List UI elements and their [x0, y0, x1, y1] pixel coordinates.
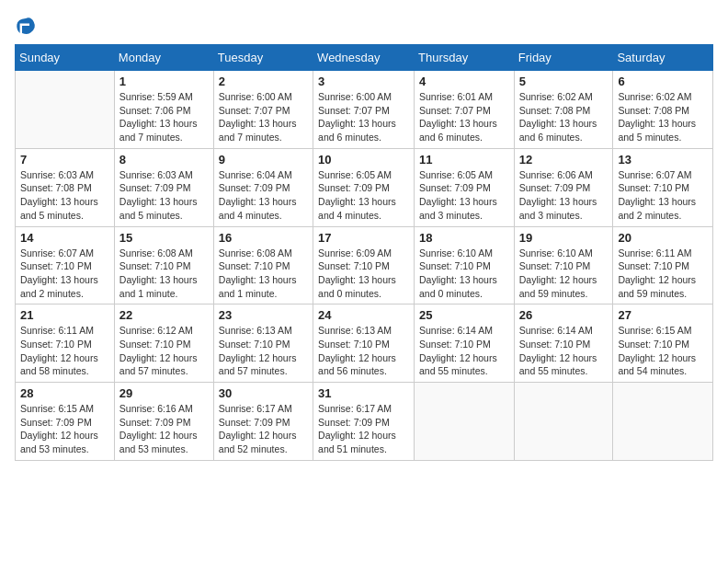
day-number: 31 — [318, 386, 409, 400]
day-number: 25 — [419, 308, 509, 322]
calendar-header-tuesday: Tuesday — [213, 45, 313, 71]
calendar-header-monday: Monday — [114, 45, 213, 71]
day-number: 22 — [119, 308, 209, 322]
day-info: Sunrise: 6:08 AMSunset: 7:10 PMDaylight:… — [119, 247, 209, 301]
day-number: 5 — [519, 75, 609, 88]
page-header — [15, 15, 713, 37]
calendar-week-row: 28Sunrise: 6:15 AMSunset: 7:09 PMDayligh… — [16, 383, 713, 461]
calendar-header-thursday: Thursday — [415, 45, 515, 71]
day-info: Sunrise: 6:13 AMSunset: 7:10 PMDaylight:… — [318, 324, 409, 378]
day-info: Sunrise: 6:13 AMSunset: 7:10 PMDaylight:… — [219, 324, 308, 378]
day-info: Sunrise: 6:04 AMSunset: 7:09 PMDaylight:… — [219, 168, 308, 223]
day-number: 21 — [20, 308, 109, 322]
day-info: Sunrise: 6:02 AMSunset: 7:08 PMDaylight:… — [519, 90, 609, 144]
day-info: Sunrise: 6:00 AMSunset: 7:07 PMDaylight:… — [318, 90, 409, 144]
day-info: Sunrise: 6:06 AMSunset: 7:09 PMDaylight:… — [519, 168, 609, 223]
calendar-header-row: SundayMondayTuesdayWednesdayThursdayFrid… — [16, 45, 713, 71]
day-number: 15 — [119, 231, 209, 245]
calendar-cell: 6Sunrise: 6:02 AMSunset: 7:08 PMDaylight… — [613, 71, 713, 149]
day-number: 4 — [419, 75, 509, 88]
day-info: Sunrise: 6:12 AMSunset: 7:10 PMDaylight:… — [119, 324, 209, 378]
day-number: 1 — [119, 75, 209, 88]
calendar-cell: 14Sunrise: 6:07 AMSunset: 7:10 PMDayligh… — [16, 226, 115, 304]
day-number: 9 — [219, 153, 308, 167]
calendar-week-row: 14Sunrise: 6:07 AMSunset: 7:10 PMDayligh… — [16, 226, 713, 304]
day-info: Sunrise: 6:09 AMSunset: 7:10 PMDaylight:… — [318, 247, 409, 301]
calendar-cell — [415, 383, 515, 461]
day-number: 6 — [618, 75, 708, 88]
calendar-header-wednesday: Wednesday — [313, 45, 415, 71]
day-number: 14 — [20, 231, 109, 245]
calendar-cell: 21Sunrise: 6:11 AMSunset: 7:10 PMDayligh… — [16, 304, 115, 383]
day-info: Sunrise: 6:10 AMSunset: 7:10 PMDaylight:… — [419, 247, 509, 301]
calendar-cell: 13Sunrise: 6:07 AMSunset: 7:10 PMDayligh… — [613, 148, 713, 226]
calendar-cell: 11Sunrise: 6:05 AMSunset: 7:09 PMDayligh… — [415, 148, 515, 226]
calendar-cell: 18Sunrise: 6:10 AMSunset: 7:10 PMDayligh… — [415, 226, 515, 304]
day-number: 17 — [318, 231, 409, 245]
day-number: 28 — [20, 386, 109, 400]
day-info: Sunrise: 6:11 AMSunset: 7:10 PMDaylight:… — [618, 247, 708, 301]
calendar-cell — [16, 71, 115, 149]
day-info: Sunrise: 6:05 AMSunset: 7:09 PMDaylight:… — [419, 168, 509, 223]
calendar-cell: 28Sunrise: 6:15 AMSunset: 7:09 PMDayligh… — [16, 383, 115, 461]
day-number: 23 — [219, 308, 308, 322]
day-number: 3 — [318, 75, 409, 88]
day-info: Sunrise: 6:17 AMSunset: 7:09 PMDaylight:… — [219, 402, 308, 456]
calendar-week-row: 7Sunrise: 6:03 AMSunset: 7:08 PMDaylight… — [16, 148, 713, 226]
day-number: 13 — [618, 153, 708, 167]
day-info: Sunrise: 6:01 AMSunset: 7:07 PMDaylight:… — [419, 90, 509, 144]
calendar-cell: 15Sunrise: 6:08 AMSunset: 7:10 PMDayligh… — [114, 226, 213, 304]
day-number: 19 — [519, 231, 609, 245]
calendar-cell: 2Sunrise: 6:00 AMSunset: 7:07 PMDaylight… — [213, 71, 313, 149]
calendar-cell: 17Sunrise: 6:09 AMSunset: 7:10 PMDayligh… — [313, 226, 415, 304]
day-info: Sunrise: 5:59 AMSunset: 7:06 PMDaylight:… — [119, 90, 209, 144]
calendar-cell: 19Sunrise: 6:10 AMSunset: 7:10 PMDayligh… — [514, 226, 613, 304]
day-number: 30 — [219, 386, 308, 400]
day-info: Sunrise: 6:15 AMSunset: 7:09 PMDaylight:… — [20, 402, 109, 456]
logo-icon — [15, 15, 37, 37]
calendar-cell: 27Sunrise: 6:15 AMSunset: 7:10 PMDayligh… — [613, 304, 713, 383]
calendar-cell: 23Sunrise: 6:13 AMSunset: 7:10 PMDayligh… — [213, 304, 313, 383]
day-info: Sunrise: 6:03 AMSunset: 7:09 PMDaylight:… — [119, 168, 209, 223]
logo — [15, 15, 40, 37]
day-info: Sunrise: 6:08 AMSunset: 7:10 PMDaylight:… — [219, 247, 308, 301]
day-number: 10 — [318, 153, 409, 167]
calendar-cell: 26Sunrise: 6:14 AMSunset: 7:10 PMDayligh… — [514, 304, 613, 383]
day-number: 18 — [419, 231, 509, 245]
day-info: Sunrise: 6:11 AMSunset: 7:10 PMDaylight:… — [20, 324, 109, 378]
day-number: 24 — [318, 308, 409, 322]
calendar-cell: 10Sunrise: 6:05 AMSunset: 7:09 PMDayligh… — [313, 148, 415, 226]
day-info: Sunrise: 6:14 AMSunset: 7:10 PMDaylight:… — [519, 324, 609, 378]
day-info: Sunrise: 6:02 AMSunset: 7:08 PMDaylight:… — [618, 90, 708, 144]
calendar-cell: 9Sunrise: 6:04 AMSunset: 7:09 PMDaylight… — [213, 148, 313, 226]
calendar-week-row: 1Sunrise: 5:59 AMSunset: 7:06 PMDaylight… — [16, 71, 713, 149]
day-info: Sunrise: 6:17 AMSunset: 7:09 PMDaylight:… — [318, 402, 409, 456]
day-number: 12 — [519, 153, 609, 167]
day-number: 26 — [519, 308, 609, 322]
day-info: Sunrise: 6:00 AMSunset: 7:07 PMDaylight:… — [219, 90, 308, 144]
day-number: 7 — [20, 153, 109, 167]
day-number: 11 — [419, 153, 509, 167]
day-number: 16 — [219, 231, 308, 245]
calendar-header-saturday: Saturday — [613, 45, 713, 71]
calendar-cell: 3Sunrise: 6:00 AMSunset: 7:07 PMDaylight… — [313, 71, 415, 149]
day-number: 29 — [119, 386, 209, 400]
calendar-cell: 8Sunrise: 6:03 AMSunset: 7:09 PMDaylight… — [114, 148, 213, 226]
calendar-cell: 25Sunrise: 6:14 AMSunset: 7:10 PMDayligh… — [415, 304, 515, 383]
calendar-cell: 29Sunrise: 6:16 AMSunset: 7:09 PMDayligh… — [114, 383, 213, 461]
day-info: Sunrise: 6:10 AMSunset: 7:10 PMDaylight:… — [519, 247, 609, 301]
calendar-cell: 31Sunrise: 6:17 AMSunset: 7:09 PMDayligh… — [313, 383, 415, 461]
calendar-cell: 24Sunrise: 6:13 AMSunset: 7:10 PMDayligh… — [313, 304, 415, 383]
calendar-cell — [613, 383, 713, 461]
day-info: Sunrise: 6:15 AMSunset: 7:10 PMDaylight:… — [618, 324, 708, 378]
calendar-cell: 5Sunrise: 6:02 AMSunset: 7:08 PMDaylight… — [514, 71, 613, 149]
calendar-cell: 12Sunrise: 6:06 AMSunset: 7:09 PMDayligh… — [514, 148, 613, 226]
calendar-cell — [514, 383, 613, 461]
day-info: Sunrise: 6:03 AMSunset: 7:08 PMDaylight:… — [20, 168, 109, 223]
day-info: Sunrise: 6:05 AMSunset: 7:09 PMDaylight:… — [318, 168, 409, 223]
day-info: Sunrise: 6:07 AMSunset: 7:10 PMDaylight:… — [20, 247, 109, 301]
calendar-cell: 1Sunrise: 5:59 AMSunset: 7:06 PMDaylight… — [114, 71, 213, 149]
calendar-week-row: 21Sunrise: 6:11 AMSunset: 7:10 PMDayligh… — [16, 304, 713, 383]
calendar-cell: 30Sunrise: 6:17 AMSunset: 7:09 PMDayligh… — [213, 383, 313, 461]
day-number: 8 — [119, 153, 209, 167]
